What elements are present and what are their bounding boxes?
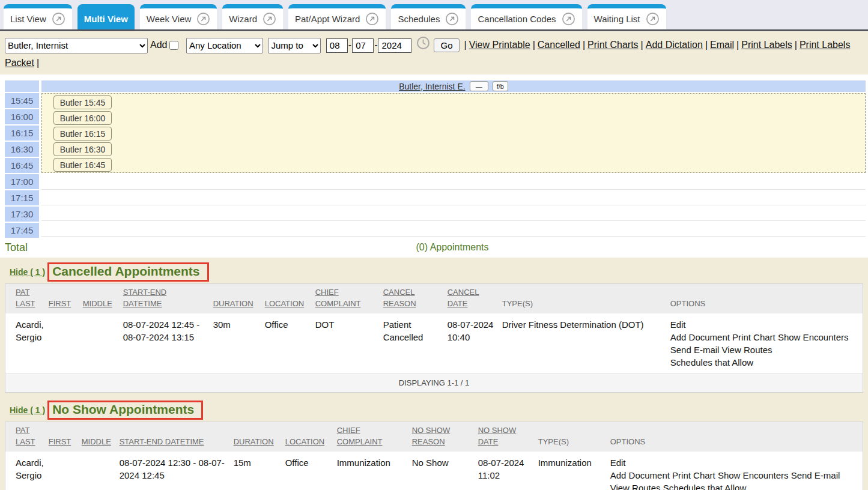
col-types: TYPE(S) bbox=[538, 422, 610, 451]
col-pat-last[interactable]: PATLAST bbox=[5, 284, 49, 313]
col-options: OPTIONS bbox=[610, 422, 863, 451]
open-slot-button[interactable]: Butler 16:15 bbox=[53, 127, 112, 141]
tab-label: Week View bbox=[147, 14, 191, 24]
provider-select[interactable]: Butler, Internist bbox=[5, 38, 148, 53]
date-year-input[interactable] bbox=[378, 38, 411, 53]
open-slot-button[interactable]: Butler 15:45 bbox=[53, 95, 112, 109]
toolbar-link-cancelled[interactable]: Cancelled bbox=[538, 40, 580, 50]
cell-noshow-date: 08-07-2024 11:02 bbox=[478, 452, 538, 490]
tab-schedules[interactable]: Schedules bbox=[391, 4, 466, 29]
tab-cancellation-codes[interactable]: Cancellation Codes bbox=[471, 4, 581, 29]
link-separator: | bbox=[641, 40, 643, 50]
link-separator: | bbox=[37, 58, 39, 68]
cell-pat-last: Acardi, Sergio bbox=[5, 452, 49, 490]
toolbar-link-email[interactable]: Email bbox=[710, 40, 734, 50]
forward-back-button[interactable]: f/b bbox=[493, 81, 508, 91]
option-actions-line[interactable]: Add Document Print Chart Show Encounters… bbox=[610, 469, 858, 482]
open-new-window-icon[interactable] bbox=[196, 12, 210, 26]
col-noshow-reason[interactable]: NO SHOWREASON bbox=[412, 422, 478, 451]
col-duration[interactable]: DURATION bbox=[213, 284, 265, 313]
empty-schedule-row bbox=[41, 205, 866, 221]
open-new-window-icon[interactable] bbox=[445, 12, 459, 26]
cell-duration: 30m bbox=[213, 313, 265, 374]
add-label: Add bbox=[150, 40, 167, 50]
tab-week-view[interactable]: Week View bbox=[140, 4, 217, 29]
open-new-window-icon[interactable] bbox=[646, 12, 660, 26]
col-chief-complaint[interactable]: CHIEFCOMPLAINT bbox=[315, 284, 383, 313]
date-month-input[interactable] bbox=[326, 38, 348, 53]
link-separator: | bbox=[795, 40, 797, 50]
open-new-window-icon[interactable] bbox=[52, 12, 65, 26]
cell-cancel-date: 08-07-2024 10:40 bbox=[448, 313, 502, 374]
toolbar-link-print-labels[interactable]: Print Labels bbox=[741, 40, 792, 50]
go-button[interactable]: Go bbox=[434, 38, 459, 52]
jump-to-select[interactable]: Jump to bbox=[268, 38, 321, 53]
date-separator: - bbox=[348, 40, 351, 50]
cell-options: Edit Add Document Print Chart Show Encou… bbox=[670, 313, 863, 374]
open-new-window-icon[interactable] bbox=[365, 12, 379, 26]
open-slot-button[interactable]: Butler 16:00 bbox=[53, 111, 112, 125]
col-cancel-date[interactable]: CANCELDATE bbox=[448, 284, 502, 313]
collapse-column-button[interactable]: — bbox=[470, 81, 488, 91]
col-chief-complaint[interactable]: CHIEFCOMPLAINT bbox=[337, 422, 412, 451]
col-location[interactable]: LOCATION bbox=[285, 422, 337, 451]
cancelled-hide-link[interactable]: Hide ( 1 ) bbox=[10, 267, 45, 277]
open-new-window-icon[interactable] bbox=[263, 12, 276, 26]
time-label: 17:45 bbox=[5, 223, 39, 238]
col-first[interactable]: FIRST bbox=[49, 284, 83, 313]
cancelled-appointment-row: Acardi, Sergio 08-07-2024 12:45 - 08-07-… bbox=[5, 313, 863, 374]
link-separator: | bbox=[736, 40, 739, 50]
col-middle[interactable]: MIDDLE bbox=[83, 284, 123, 313]
provider-column-header: Butler, Internist E. — f/b bbox=[41, 80, 866, 92]
cell-datetime: 08-07-2024 12:30 - 08-07-2024 12:45 bbox=[120, 452, 234, 490]
view-tab-bar: List View Multi View Week View Wizard Pa… bbox=[0, 0, 868, 31]
tab-label: Schedules bbox=[398, 14, 440, 24]
option-actions-line[interactable]: Send E-mail View Routes bbox=[670, 343, 858, 356]
col-start-end-datetime[interactable]: START-ENDDATETIME bbox=[123, 284, 213, 313]
open-slot-button[interactable]: Butler 16:45 bbox=[53, 158, 112, 172]
location-select[interactable]: Any Location bbox=[186, 38, 263, 53]
provider-schedule-column: Butler 15:45 Butler 16:00 Butler 16:15 B… bbox=[41, 93, 866, 239]
cell-cancel-reason: Patient Cancelled bbox=[383, 313, 448, 374]
noshow-appointments-table: PATLAST FIRST MIDDLE START-END DATETIME … bbox=[5, 422, 863, 490]
col-noshow-date[interactable]: NO SHOWDATE bbox=[478, 422, 538, 451]
option-actions-line[interactable]: View Routes Schedules that Allow bbox=[610, 482, 858, 490]
annotation-red-box: Cancelled Appointments bbox=[47, 262, 208, 282]
col-cancel-reason[interactable]: CANCELREASON bbox=[383, 284, 448, 313]
tab-pat-appt-wizard[interactable]: Pat/Appt Wizard bbox=[288, 4, 386, 29]
cancelled-displaying-footer: DISPLAYING 1-1 / 1 bbox=[5, 374, 863, 392]
tab-waiting-list[interactable]: Waiting List bbox=[587, 4, 666, 29]
noshow-hide-link[interactable]: Hide ( 1 ) bbox=[10, 405, 45, 415]
cell-first bbox=[49, 452, 82, 490]
open-new-window-icon[interactable] bbox=[562, 12, 575, 26]
tab-label: Multi View bbox=[84, 14, 128, 24]
option-edit[interactable]: Edit bbox=[670, 318, 858, 331]
col-pat-last[interactable]: PATLAST bbox=[5, 422, 49, 451]
tab-multi-view[interactable]: Multi View bbox=[77, 4, 135, 29]
option-actions-line[interactable]: Schedules that Allow bbox=[670, 356, 858, 369]
col-middle[interactable]: MIDDLE bbox=[82, 422, 120, 451]
col-location[interactable]: LOCATION bbox=[265, 284, 315, 313]
noshow-header-row: PATLAST FIRST MIDDLE START-END DATETIME … bbox=[5, 422, 863, 451]
open-slot-button[interactable]: Butler 16:30 bbox=[53, 142, 112, 156]
noshow-section-header: Hide ( 1 ) No Show Appointments bbox=[10, 401, 863, 420]
option-actions-line[interactable]: Add Document Print Chart Show Encounters bbox=[670, 331, 858, 343]
clock-icon[interactable] bbox=[416, 41, 430, 52]
toolbar-link-view-printable[interactable]: View Printable bbox=[469, 40, 530, 50]
toolbar-link-print-charts[interactable]: Print Charts bbox=[587, 40, 638, 50]
tab-wizard[interactable]: Wizard bbox=[222, 4, 283, 29]
cancelled-header-row: PATLAST FIRST MIDDLE START-ENDDATETIME D… bbox=[5, 284, 863, 313]
col-first[interactable]: FIRST bbox=[49, 422, 82, 451]
col-start-end-datetime[interactable]: START-END DATETIME bbox=[120, 422, 234, 451]
add-checkbox[interactable] bbox=[169, 41, 178, 50]
multi-view-schedule-grid: Butler, Internist E. — f/b 15:45 16:00 1… bbox=[5, 80, 866, 255]
toolbar-link-add-dictation[interactable]: Add Dictation bbox=[646, 40, 703, 50]
date-day-input[interactable] bbox=[352, 38, 374, 53]
option-edit[interactable]: Edit bbox=[610, 456, 858, 469]
annotation-red-box: No Show Appointments bbox=[47, 401, 203, 420]
provider-link[interactable]: Butler, Internist E. bbox=[399, 82, 466, 91]
time-label: 17:15 bbox=[5, 190, 39, 205]
col-duration[interactable]: DURATION bbox=[234, 422, 285, 451]
tab-label: Wizard bbox=[229, 14, 257, 24]
tab-list-view[interactable]: List View bbox=[4, 4, 72, 29]
